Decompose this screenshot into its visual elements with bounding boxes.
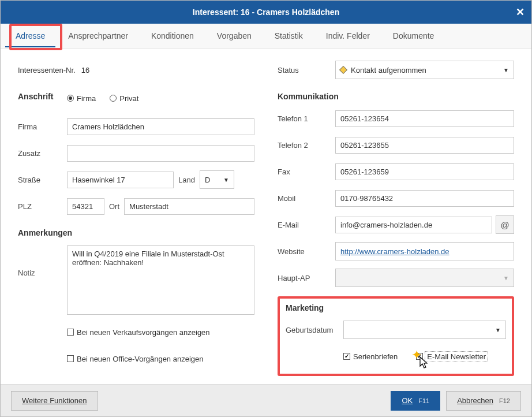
checkbox-office[interactable]: Bei neuen Office-Vorgängen anzeigen [67, 355, 203, 363]
chevron-down-icon: ▼ [503, 67, 509, 73]
plz-input[interactable] [67, 198, 104, 215]
checkbox-serienbriefen-label: Serienbriefen [353, 352, 398, 361]
tab-adresse[interactable]: Adresse [5, 25, 55, 47]
notiz-textarea[interactable] [67, 245, 254, 315]
land-value: D [205, 176, 210, 184]
fax-label: Fax [278, 167, 335, 176]
status-value: Kontakt aufgenommen [351, 66, 426, 75]
geburtsdatum-label: Geburtsdatum [286, 326, 343, 334]
checkbox-email-newsletter[interactable]: E-Mail Newsletter ✦ [416, 352, 487, 361]
tab-statistik[interactable]: Statistik [264, 25, 313, 47]
email-label: E-Mail [278, 221, 335, 229]
mobil-input[interactable] [335, 190, 514, 207]
firma-label: Firma [18, 122, 67, 131]
cancel-button[interactable]: Abbrechen F12 [446, 391, 521, 411]
titlebar: Interessent: 16 - Cramers Holzlädchen ✕ [1, 1, 531, 24]
interessenten-nr-value: 16 [81, 66, 89, 75]
radio-privat-label: Privat [119, 94, 138, 103]
telefon1-input[interactable] [335, 110, 514, 127]
tab-dokumente[interactable]: Dokumente [383, 25, 445, 47]
strasse-input[interactable] [67, 172, 174, 188]
more-functions-label: Weitere Funktionen [22, 396, 87, 405]
zusatz-input[interactable] [67, 145, 254, 162]
at-icon: @ [500, 220, 509, 230]
radio-privat[interactable]: Privat [110, 94, 138, 103]
status-label: Status [278, 66, 335, 75]
chevron-down-icon: ▼ [503, 275, 509, 281]
fax-input[interactable] [335, 163, 514, 180]
notiz-label: Notiz [18, 245, 67, 277]
telefon1-label: Telefon 1 [278, 114, 335, 123]
window-title: Interessent: 16 - Cramers Holzlädchen [193, 8, 339, 17]
footer: Weitere Funktionen OK F11 Abbrechen F12 [1, 384, 531, 416]
checkbox-serienbriefen[interactable]: Serienbriefen [343, 352, 398, 361]
geburtsdatum-select[interactable]: ▼ [343, 321, 506, 339]
telefon2-input[interactable] [335, 137, 514, 154]
radio-dot-icon [67, 95, 74, 102]
hauptap-select[interactable]: ▼ [335, 269, 514, 287]
tab-vorgaben[interactable]: Vorgaben [207, 25, 262, 47]
ok-button[interactable]: OK F11 [391, 391, 440, 411]
zusatz-label: Zusatz [18, 149, 67, 158]
tab-konditionen[interactable]: Konditionen [141, 25, 204, 47]
ok-shortcut: F11 [418, 397, 429, 404]
marketing-highlight: Marketing Geburtsdatum ▼ Serienbriefen [278, 296, 514, 376]
interessenten-nr-label: Interessenten-Nr. [18, 66, 76, 75]
email-at-button[interactable]: @ [496, 215, 514, 234]
ok-label: OK [402, 396, 413, 405]
firma-input[interactable] [67, 118, 254, 135]
checkbox-email-newsletter-label: E-Mail Newsletter [426, 352, 487, 361]
strasse-label: Straße [18, 176, 67, 184]
status-select[interactable]: Kontakt aufgenommen ▼ [335, 61, 514, 79]
hauptap-label: Haupt-AP [278, 274, 335, 282]
cancel-label: Abbrechen [457, 396, 493, 405]
chevron-down-icon: ▼ [495, 327, 501, 333]
radio-firma[interactable]: Firma [67, 94, 96, 103]
website-link[interactable]: http://www.cramers-holzladen.de [340, 247, 449, 256]
close-button[interactable]: ✕ [508, 1, 531, 24]
more-functions-button[interactable]: Weitere Funktionen [11, 391, 98, 411]
anmerkungen-title: Anmerkungen [18, 228, 254, 237]
telefon2-label: Telefon 2 [278, 141, 335, 150]
radio-firma-label: Firma [77, 94, 96, 103]
kommunikation-title: Kommunikation [278, 92, 514, 101]
radio-dot-icon [110, 95, 117, 102]
right-column: Status Kontakt aufgenommen ▼ Kommunikati… [278, 61, 514, 378]
left-column: Interessenten-Nr. 16 Anschrift Firma Pri… [18, 61, 254, 378]
status-diamond-icon [339, 66, 347, 74]
land-label: Land [178, 176, 195, 184]
close-icon: ✕ [516, 6, 524, 18]
tab-indiv-felder[interactable]: Indiv. Felder [316, 25, 380, 47]
checkbox-office-label: Bei neuen Office-Vorgängen anzeigen [77, 355, 203, 363]
checkbox-icon [343, 353, 350, 360]
checkbox-icon [67, 329, 74, 336]
checkbox-icon [67, 355, 74, 362]
chevron-down-icon: ▼ [223, 177, 229, 183]
land-select[interactable]: D ▼ [200, 170, 234, 189]
mobil-label: Mobil [278, 194, 335, 203]
plz-label: PLZ [18, 202, 67, 211]
checkbox-verkauf[interactable]: Bei neuen Verkaufsvorgängen anzeigen [67, 328, 210, 337]
ort-label: Ort [109, 202, 119, 211]
tab-bar: Adresse Ansprechpartner Konditionen Vorg… [1, 24, 531, 49]
ort-input[interactable] [124, 198, 254, 215]
tab-ansprechpartner[interactable]: Ansprechpartner [58, 25, 138, 47]
click-highlight-icon: ✦ [411, 349, 422, 362]
checkbox-verkauf-label: Bei neuen Verkaufsvorgängen anzeigen [77, 328, 210, 337]
anschrift-title: Anschrift [18, 92, 67, 101]
website-label: Website [278, 247, 335, 256]
marketing-title: Marketing [286, 303, 506, 312]
email-input[interactable] [335, 217, 492, 233]
cancel-shortcut: F12 [499, 397, 510, 404]
